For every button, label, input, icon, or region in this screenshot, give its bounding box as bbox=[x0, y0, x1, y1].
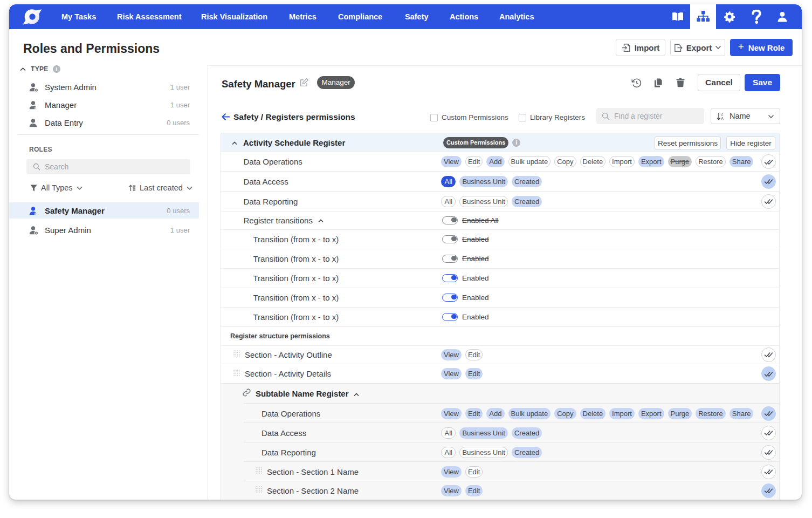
svg-text:A: A bbox=[721, 117, 724, 120]
svg-text:Z: Z bbox=[721, 112, 724, 116]
